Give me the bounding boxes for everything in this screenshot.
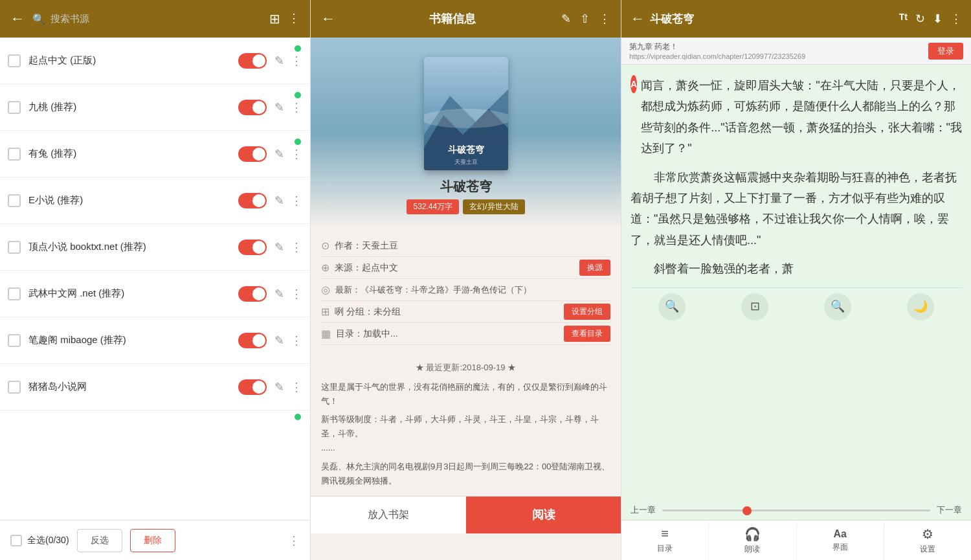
book-cover-section: 斗破苍穹 天蚕土豆 斗破苍穹 532.44万字 玄幻/异世大陆 [311, 38, 621, 227]
book-tags: 532.44万字 玄幻/异世大陆 [407, 199, 524, 214]
edit-icon-8[interactable]: ✎ [274, 380, 284, 394]
left-back-button[interactable]: ← [10, 10, 25, 27]
right-footer: ≡ 目录 🎧 朗读 Aa 界面 ⚙ 设置 [621, 520, 971, 560]
middle-title: 书籍信息 [343, 11, 561, 27]
edit-icon-6[interactable]: ✎ [274, 287, 284, 301]
refresh-icon[interactable]: ↻ [915, 12, 925, 26]
edit-icon-7[interactable]: ✎ [274, 333, 284, 348]
font-tab[interactable]: Aa 界面 [797, 521, 884, 560]
toggle-3[interactable] [238, 146, 267, 162]
change-source-button[interactable]: 换源 [579, 260, 610, 276]
source-value: 来源：起点中文 [335, 262, 398, 274]
toggle-5[interactable] [238, 240, 267, 255]
download-icon[interactable]: ⬇ [933, 12, 943, 26]
search-bar[interactable]: 🔍 搜索书源 [32, 13, 262, 25]
more-icon[interactable]: ⋮ [288, 11, 300, 27]
book-description: ★ 最近更新:2018-09-19 ★ 这里是属于斗气的世界，没有花俏艳丽的魔法… [311, 353, 621, 496]
list-item: E小说 (推荐) ✎ ⋮ [0, 177, 310, 224]
toggle-2[interactable] [238, 100, 267, 115]
middle-header-icons: ✎ ⇧ ⋮ [561, 12, 610, 26]
settings-tab-label: 设置 [920, 544, 935, 555]
source-row: ⊕ 来源：起点中文 换源 [321, 257, 610, 279]
checkbox-item-7[interactable] [8, 334, 21, 347]
reading-para-3: 斜瞥着一脸勉强的老者，萧 [631, 258, 962, 279]
right-back-button[interactable]: ← [631, 10, 645, 27]
toggle-8[interactable] [238, 379, 267, 395]
more-icon-4[interactable]: ⋮ [291, 194, 302, 208]
source-name-3: 有兔 (推荐) [28, 148, 238, 160]
catalog-tab-icon: ≡ [661, 526, 669, 541]
more-icon-2[interactable]: ⋮ [291, 100, 302, 115]
zoom-button[interactable]: 🔍 [824, 293, 851, 320]
login-button[interactable]: 登录 [928, 43, 963, 60]
delete-button[interactable]: 删除 [130, 529, 175, 552]
desc-text-3: ...... [321, 441, 610, 455]
search-text-button[interactable]: 🔍 [658, 293, 686, 320]
list-item: 九桃 (推荐) ✎ ⋮ [0, 84, 310, 131]
read-button[interactable]: 阅读 [466, 497, 621, 533]
select-all-checkbox[interactable] [10, 535, 22, 546]
genre-tag: 玄幻/异世大陆 [463, 199, 524, 214]
settings-tab[interactable]: ⚙ 设置 [884, 521, 971, 560]
right-title: 斗破苍穹 [650, 12, 899, 27]
checkbox-item-5[interactable] [8, 241, 21, 254]
listen-tab-label: 朗读 [744, 544, 760, 555]
middle-back-button[interactable]: ← [321, 10, 335, 27]
checkbox-item-3[interactable] [8, 148, 21, 161]
more-icon-8[interactable]: ⋮ [291, 380, 302, 394]
footer-more-icon[interactable]: ⋮ [288, 533, 300, 548]
reverse-select-button[interactable]: 反选 [77, 529, 122, 552]
set-group-button[interactable]: 设置分组 [564, 304, 610, 320]
listen-tab-icon: 🎧 [744, 526, 761, 542]
more-icon-6[interactable]: ⋮ [291, 287, 302, 301]
edit-icon-3[interactable]: ✎ [274, 147, 284, 161]
more-icon-1[interactable]: ⋮ [291, 54, 302, 68]
author-value: 作者：天蚕土豆 [335, 240, 398, 252]
right-more-icon[interactable]: ⋮ [950, 12, 962, 26]
more-icon-7[interactable]: ⋮ [291, 333, 302, 348]
checkbox-item-6[interactable] [8, 287, 21, 300]
online-dot-2 [295, 92, 301, 98]
edit-book-icon[interactable]: ✎ [561, 12, 571, 26]
catalog-tab[interactable]: ≡ 目录 [621, 521, 709, 560]
font-size-icon[interactable]: Tt [899, 12, 908, 26]
add-to-shelf-button[interactable]: 放入书架 [311, 497, 466, 533]
more-icon-5[interactable]: ⋮ [291, 240, 302, 254]
desc-text-2: 新书等级制度：斗者，斗师，大斗师，斗灵，斗王，斗皇，斗宗，斗尊，斗圣，斗帝。 [321, 412, 610, 441]
progress-track[interactable] [662, 510, 930, 511]
list-item: 顶点小说 booktxt.net (推荐) ✎ ⋮ [0, 224, 310, 271]
listen-tab[interactable]: 🎧 朗读 [709, 521, 796, 560]
font-tab-icon: Aa [833, 528, 846, 540]
qr-icon[interactable]: ⊞ [269, 11, 280, 27]
middle-header: ← 书籍信息 ✎ ⇧ ⋮ [311, 0, 621, 38]
toggle-6[interactable] [238, 286, 267, 302]
book-cover-image: 斗破苍穹 天蚕土豆 [424, 57, 508, 170]
progress-section: 上一章 下一章 [621, 500, 971, 520]
right-header: ← 斗破苍穹 Tt ↻ ⬇ ⋮ [621, 0, 971, 38]
checkbox-item-1[interactable] [8, 54, 21, 67]
catalog-tab-label: 目录 [657, 543, 673, 554]
toggle-7[interactable] [238, 333, 267, 348]
group-value: 咧 分组：未分组 [335, 306, 401, 318]
view-catalog-button[interactable]: 查看目录 [564, 326, 610, 342]
share-icon[interactable]: ⇧ [580, 12, 590, 26]
edit-icon-2[interactable]: ✎ [274, 100, 284, 115]
update-line: ★ 最近更新:2018-09-19 ★ [321, 361, 610, 375]
bookmark-button[interactable]: ⊡ [741, 293, 768, 320]
toggle-4[interactable] [238, 193, 267, 208]
source-name-7: 笔趣阁 mibaoge (推荐) [28, 334, 238, 346]
book-source-list: 起点中文 (正版) ✎ ⋮ 九桃 (推荐) ✎ ⋮ 有兔 (推荐) ✎ ⋮ E小… [0, 38, 310, 520]
checkbox-item-2[interactable] [8, 101, 21, 114]
edit-icon-4[interactable]: ✎ [274, 194, 284, 208]
middle-more-icon[interactable]: ⋮ [599, 12, 610, 26]
edit-icon-5[interactable]: ✎ [274, 240, 284, 254]
select-all-label: 全选(0/30) [27, 535, 69, 546]
checkbox-item-4[interactable] [8, 194, 21, 207]
catalog-value: 目录：加载中... [336, 328, 398, 340]
night-mode-button[interactable]: 🌙 [907, 293, 934, 320]
edit-icon-1[interactable]: ✎ [274, 54, 284, 68]
progress-thumb[interactable] [742, 506, 752, 515]
checkbox-item-8[interactable] [8, 381, 21, 394]
more-icon-3[interactable]: ⋮ [291, 147, 302, 161]
toggle-1[interactable] [238, 53, 267, 69]
